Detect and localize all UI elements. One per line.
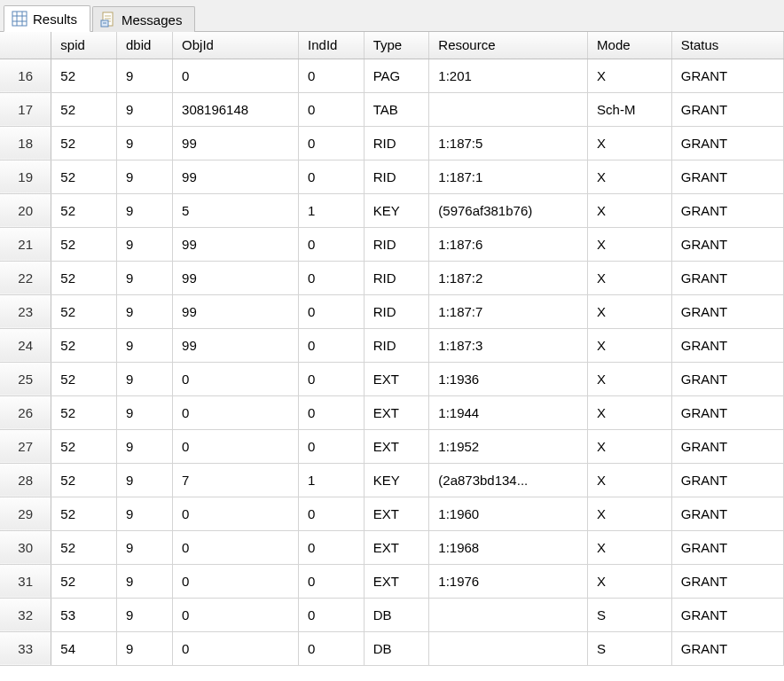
- cell-objid[interactable]: 308196148: [173, 92, 299, 126]
- row-number-cell[interactable]: 16: [0, 59, 51, 92]
- row-number-cell[interactable]: 28: [0, 463, 51, 497]
- cell-dbid[interactable]: 9: [116, 631, 172, 665]
- row-number-cell[interactable]: 33: [0, 631, 51, 665]
- cell-mode[interactable]: X: [588, 294, 672, 328]
- cell-type[interactable]: RID: [364, 126, 429, 160]
- cell-resource[interactable]: [429, 598, 588, 631]
- cell-type[interactable]: KEY: [364, 193, 429, 227]
- cell-resource[interactable]: 1:187:1: [429, 160, 588, 193]
- cell-resource[interactable]: 1:187:2: [429, 261, 588, 294]
- cell-status[interactable]: GRANT: [671, 463, 783, 497]
- table-row[interactable]: 2552900EXT1:1936XGRANT: [0, 362, 784, 395]
- cell-resource[interactable]: 1:201: [429, 59, 588, 92]
- cell-type[interactable]: EXT: [364, 362, 429, 395]
- cell-mode[interactable]: X: [588, 463, 672, 497]
- cell-dbid[interactable]: 9: [116, 362, 172, 395]
- cell-mode[interactable]: X: [588, 126, 672, 160]
- cell-status[interactable]: GRANT: [671, 362, 783, 395]
- cell-status[interactable]: GRANT: [671, 429, 783, 463]
- cell-indid[interactable]: 1: [299, 193, 365, 227]
- cell-indid[interactable]: 0: [299, 395, 365, 429]
- cell-objid[interactable]: 99: [173, 160, 299, 193]
- cell-mode[interactable]: X: [588, 564, 672, 598]
- cell-dbid[interactable]: 9: [116, 126, 172, 160]
- cell-spid[interactable]: 52: [51, 261, 117, 294]
- cell-dbid[interactable]: 9: [116, 193, 172, 227]
- cell-mode[interactable]: X: [588, 328, 672, 362]
- cell-mode[interactable]: Sch-M: [588, 92, 672, 126]
- cell-objid[interactable]: 0: [173, 395, 299, 429]
- cell-type[interactable]: EXT: [364, 497, 429, 530]
- col-header-type[interactable]: Type: [364, 32, 429, 59]
- row-number-cell[interactable]: 17: [0, 92, 51, 126]
- col-header-dbid[interactable]: dbid: [116, 32, 172, 59]
- cell-resource[interactable]: (2a873bd134...: [429, 463, 588, 497]
- cell-indid[interactable]: 1: [299, 463, 365, 497]
- table-row[interactable]: 23529990RID1:187:7XGRANT: [0, 294, 784, 328]
- table-row[interactable]: 24529990RID1:187:3XGRANT: [0, 328, 784, 362]
- cell-spid[interactable]: 52: [51, 497, 117, 530]
- cell-resource[interactable]: [429, 631, 588, 665]
- cell-spid[interactable]: 53: [51, 598, 117, 631]
- cell-indid[interactable]: 0: [299, 126, 365, 160]
- cell-objid[interactable]: 0: [173, 530, 299, 564]
- cell-objid[interactable]: 99: [173, 294, 299, 328]
- cell-dbid[interactable]: 9: [116, 294, 172, 328]
- cell-resource[interactable]: 1:1960: [429, 497, 588, 530]
- cell-type[interactable]: DB: [364, 631, 429, 665]
- cell-objid[interactable]: 0: [173, 564, 299, 598]
- cell-resource[interactable]: (5976af381b76): [429, 193, 588, 227]
- row-number-cell[interactable]: 26: [0, 395, 51, 429]
- table-row[interactable]: 2852971KEY(2a873bd134...XGRANT: [0, 463, 784, 497]
- cell-status[interactable]: GRANT: [671, 126, 783, 160]
- table-row[interactable]: 2652900EXT1:1944XGRANT: [0, 395, 784, 429]
- table-row[interactable]: 3152900EXT1:1976XGRANT: [0, 564, 784, 598]
- cell-type[interactable]: EXT: [364, 564, 429, 598]
- cell-spid[interactable]: 52: [51, 463, 117, 497]
- cell-indid[interactable]: 0: [299, 160, 365, 193]
- cell-objid[interactable]: 0: [173, 429, 299, 463]
- cell-spid[interactable]: 52: [51, 227, 117, 261]
- row-number-cell[interactable]: 31: [0, 564, 51, 598]
- table-row[interactable]: 2052951KEY(5976af381b76)XGRANT: [0, 193, 784, 227]
- cell-indid[interactable]: 0: [299, 261, 365, 294]
- cell-spid[interactable]: 52: [51, 59, 117, 92]
- cell-resource[interactable]: 1:1976: [429, 564, 588, 598]
- cell-status[interactable]: GRANT: [671, 261, 783, 294]
- cell-dbid[interactable]: 9: [116, 227, 172, 261]
- cell-mode[interactable]: X: [588, 261, 672, 294]
- col-header-indid[interactable]: IndId: [299, 32, 365, 59]
- cell-status[interactable]: GRANT: [671, 160, 783, 193]
- cell-spid[interactable]: 52: [51, 429, 117, 463]
- table-row[interactable]: 175293081961480TABSch-MGRANT: [0, 92, 784, 126]
- cell-spid[interactable]: 52: [51, 294, 117, 328]
- cell-resource[interactable]: 1:187:7: [429, 294, 588, 328]
- cell-dbid[interactable]: 9: [116, 530, 172, 564]
- cell-indid[interactable]: 0: [299, 92, 365, 126]
- cell-objid[interactable]: 99: [173, 261, 299, 294]
- cell-objid[interactable]: 99: [173, 227, 299, 261]
- cell-status[interactable]: GRANT: [671, 564, 783, 598]
- cell-indid[interactable]: 0: [299, 631, 365, 665]
- col-header-spid[interactable]: spid: [51, 32, 117, 59]
- col-header-status[interactable]: Status: [671, 32, 783, 59]
- row-number-cell[interactable]: 20: [0, 193, 51, 227]
- col-header-objid[interactable]: ObjId: [173, 32, 299, 59]
- cell-objid[interactable]: 5: [173, 193, 299, 227]
- cell-type[interactable]: RID: [364, 294, 429, 328]
- cell-status[interactable]: GRANT: [671, 497, 783, 530]
- table-row[interactable]: 3253900DBSGRANT: [0, 598, 784, 631]
- cell-spid[interactable]: 52: [51, 328, 117, 362]
- table-row[interactable]: 1652900PAG1:201XGRANT: [0, 59, 784, 92]
- table-row[interactable]: 3052900EXT1:1968XGRANT: [0, 530, 784, 564]
- table-row[interactable]: 2752900EXT1:1952XGRANT: [0, 429, 784, 463]
- cell-mode[interactable]: X: [588, 160, 672, 193]
- cell-status[interactable]: GRANT: [671, 294, 783, 328]
- cell-objid[interactable]: 99: [173, 126, 299, 160]
- table-row[interactable]: 19529990RID1:187:1XGRANT: [0, 160, 784, 193]
- cell-type[interactable]: EXT: [364, 429, 429, 463]
- cell-indid[interactable]: 0: [299, 497, 365, 530]
- cell-status[interactable]: GRANT: [671, 59, 783, 92]
- cell-indid[interactable]: 0: [299, 564, 365, 598]
- cell-type[interactable]: KEY: [364, 463, 429, 497]
